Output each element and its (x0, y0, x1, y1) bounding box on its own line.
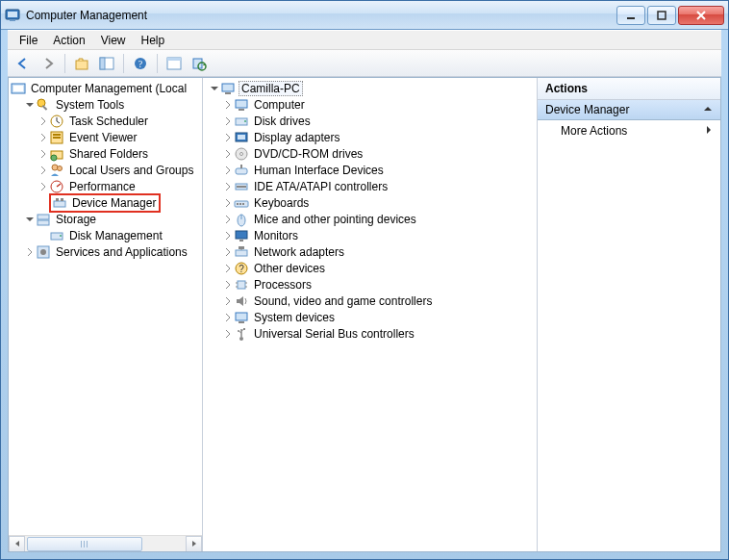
cat-monitors[interactable]: Monitors (207, 227, 537, 243)
menu-view[interactable]: View (93, 32, 134, 49)
cpu-icon (234, 277, 249, 293)
forward-button[interactable] (37, 52, 60, 75)
disk-icon (49, 228, 64, 243)
tree-event-viewer[interactable]: Event Viewer (9, 129, 202, 145)
expand-arrow-icon[interactable] (222, 295, 234, 307)
svg-text:?: ? (239, 264, 244, 274)
mmc-icon (11, 81, 26, 96)
tree-local-users[interactable]: Local Users and Groups (9, 162, 202, 178)
minimize-button[interactable] (616, 6, 645, 25)
svg-rect-31 (38, 220, 49, 225)
svg-rect-2 (10, 19, 15, 21)
cat-sound[interactable]: Sound, video and game controllers (207, 293, 537, 309)
expand-arrow-icon[interactable] (38, 115, 49, 127)
tree-services-apps[interactable]: Services and Applications (9, 243, 202, 260)
cat-display-adapters[interactable]: Display adapters (207, 129, 537, 145)
show-hide-tree-button[interactable] (95, 52, 118, 75)
svg-point-25 (58, 165, 63, 170)
cat-keyboards[interactable]: Keyboards (207, 194, 537, 211)
horizontal-scrollbar[interactable] (9, 535, 202, 551)
device-manager-icon (52, 195, 67, 211)
svg-rect-29 (61, 198, 63, 201)
actions-context[interactable]: Device Manager (538, 100, 720, 120)
cat-disk-drives[interactable]: Disk drives (207, 113, 537, 129)
expand-arrow-icon[interactable] (222, 214, 234, 225)
svg-point-70 (239, 337, 243, 341)
cat-label: System devices (252, 311, 337, 324)
tree-root[interactable]: Computer Management (Local (9, 80, 202, 96)
device-root[interactable]: Camilla-PC (207, 80, 537, 96)
expand-arrow-icon[interactable] (222, 165, 234, 176)
expand-arrow-icon[interactable] (222, 148, 234, 160)
menu-action[interactable]: Action (45, 32, 92, 49)
collapse-arrow-icon[interactable] (24, 214, 36, 225)
cat-label: Human Interface Devices (252, 164, 386, 177)
expand-arrow-icon[interactable] (38, 148, 49, 160)
cat-label: Monitors (252, 229, 300, 242)
expand-arrow-icon[interactable] (222, 246, 234, 258)
cat-ide[interactable]: IDE ATA/ATAPI controllers (207, 178, 537, 194)
cat-hid[interactable]: Human Interface Devices (207, 162, 537, 178)
system-icon (234, 310, 249, 325)
tree-label: Services and Applications (54, 245, 189, 259)
tree-task-scheduler[interactable]: Task Scheduler (9, 113, 202, 129)
up-button[interactable] (70, 52, 93, 75)
svg-rect-28 (56, 198, 59, 201)
ide-icon (234, 179, 249, 194)
tree-disk-management[interactable]: Disk Management (9, 227, 202, 243)
scroll-right-button[interactable] (186, 536, 202, 552)
svg-point-24 (52, 165, 58, 170)
collapse-arrow-icon[interactable] (24, 99, 36, 111)
refresh-button[interactable] (188, 52, 211, 75)
help-button[interactable]: ? (129, 52, 152, 75)
back-button[interactable] (12, 52, 35, 75)
expand-arrow-icon[interactable] (38, 181, 49, 192)
scroll-left-button[interactable] (9, 536, 25, 552)
cat-computer[interactable]: Computer (207, 96, 537, 113)
svg-rect-7 (100, 58, 105, 69)
expand-arrow-icon[interactable] (24, 246, 36, 258)
users-icon (49, 163, 64, 178)
svg-rect-3 (627, 17, 635, 19)
menu-file[interactable]: File (12, 32, 45, 49)
expand-arrow-icon[interactable] (222, 312, 234, 323)
expand-arrow-icon[interactable] (222, 263, 234, 274)
scroll-thumb[interactable] (27, 537, 142, 551)
expand-arrow-icon[interactable] (222, 197, 234, 209)
expand-arrow-icon[interactable] (222, 279, 234, 291)
close-button[interactable] (678, 6, 724, 25)
collapse-arrow-icon[interactable] (209, 83, 220, 94)
maximize-button[interactable] (647, 6, 676, 25)
expand-arrow-icon[interactable] (38, 165, 49, 176)
svg-rect-15 (13, 86, 23, 91)
expand-arrow-icon[interactable] (38, 132, 49, 143)
tree-label: System Tools (54, 98, 126, 112)
tree-performance[interactable]: Performance (9, 178, 202, 194)
expand-arrow-icon[interactable] (222, 99, 234, 111)
cat-dvd[interactable]: DVD/CD-ROM drives (207, 145, 537, 162)
expand-arrow-icon[interactable] (222, 115, 234, 127)
cat-processors[interactable]: Processors (207, 276, 537, 293)
expand-arrow-icon[interactable] (222, 181, 234, 192)
tree-storage[interactable]: Storage (9, 211, 202, 227)
shared-folder-icon (49, 146, 64, 162)
tree-system-tools[interactable]: System Tools (9, 96, 202, 113)
cat-system[interactable]: System devices (207, 309, 537, 325)
cat-usb[interactable]: Universal Serial Bus controllers (207, 325, 537, 342)
expand-arrow-icon[interactable] (222, 230, 234, 242)
svg-rect-20 (53, 134, 61, 136)
tree-label: Task Scheduler (67, 115, 150, 128)
cat-other[interactable]: ? Other devices (207, 260, 537, 276)
actions-more[interactable]: More Actions (538, 120, 720, 141)
menu-help[interactable]: Help (134, 32, 173, 49)
disk-drive-icon (234, 114, 249, 129)
device-root-label: Camilla-PC (239, 81, 303, 96)
tree-device-manager[interactable]: Device Manager (9, 194, 202, 211)
cat-label: Network adapters (252, 245, 346, 259)
cat-mice[interactable]: Mice and other pointing devices (207, 211, 537, 227)
tree-shared-folders[interactable]: Shared Folders (9, 145, 202, 162)
properties-button[interactable] (163, 52, 186, 75)
expand-arrow-icon[interactable] (222, 132, 234, 143)
expand-arrow-icon[interactable] (222, 328, 234, 340)
cat-network[interactable]: Network adapters (207, 243, 537, 260)
